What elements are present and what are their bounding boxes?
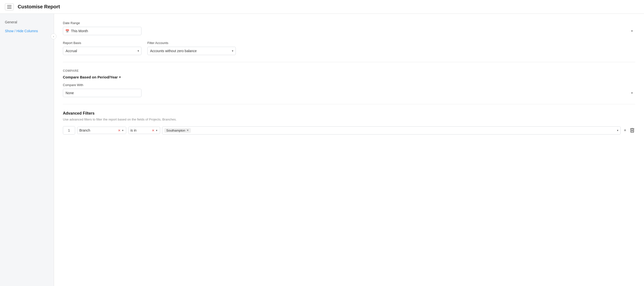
page-title: Customise Report xyxy=(18,4,60,10)
date-range-chevron-icon: ▾ xyxy=(631,29,633,33)
date-range-label: Date Range xyxy=(63,21,635,25)
filter-field-label: Branch xyxy=(79,128,117,132)
add-filter-button[interactable]: + xyxy=(623,127,627,134)
sidebar: General Show / Hide Columns xyxy=(0,14,54,286)
divider-1 xyxy=(63,62,635,62)
advanced-filters-description: Use advanced filters to filter the repor… xyxy=(63,118,635,121)
compare-with-select[interactable]: None Previous Period Previous Year xyxy=(63,89,142,97)
filter-operator-chevron-button[interactable]: ▾ xyxy=(156,129,158,132)
filter-operator-clear-button[interactable]: ✕ xyxy=(151,129,156,132)
filter-value-tag-close[interactable]: ✕ xyxy=(186,129,189,132)
filter-accounts-select[interactable]: Accounts without zero balance All Accoun… xyxy=(147,47,236,55)
filter-value-select[interactable]: Southampton ✕ ▾ xyxy=(162,126,621,135)
menu-button[interactable] xyxy=(5,4,14,10)
sidebar-collapse-button[interactable]: ‹ xyxy=(50,34,56,39)
compare-title[interactable]: Compare Based on Period/Year ▾ xyxy=(63,75,635,79)
report-basis-select[interactable]: Accrual Cash xyxy=(63,47,142,55)
compare-section-label: COMPARE xyxy=(63,69,635,73)
filter-accounts-label: Filter Accounts xyxy=(147,41,236,45)
filter-field-select[interactable]: Branch ✕ ▾ xyxy=(77,127,126,134)
filter-field-chevron-button[interactable]: ▾ xyxy=(122,129,124,132)
filter-field-clear-button[interactable]: ✕ xyxy=(117,129,122,132)
filter-value-chevron-icon: ▾ xyxy=(617,129,618,132)
sidebar-item-general[interactable]: General xyxy=(0,18,54,27)
report-basis-label: Report Basis xyxy=(63,41,142,45)
filter-value-tag: Southampton ✕ xyxy=(164,128,191,133)
content-area: Date Range 📅 This Month Last Month This … xyxy=(54,14,644,286)
filter-operator-label: is in xyxy=(130,128,151,132)
filter-value-tag-text: Southampton xyxy=(166,129,185,132)
filter-actions: + xyxy=(623,127,635,134)
filter-row-number: 1 xyxy=(63,126,75,135)
compare-with-chevron-icon: ▾ xyxy=(631,91,633,95)
delete-filter-button[interactable] xyxy=(629,127,635,134)
advanced-filters-section: Advanced Filters Use advanced filters to… xyxy=(63,111,635,135)
compare-with-label: Compare With xyxy=(63,83,635,87)
divider-2 xyxy=(63,104,635,104)
date-range-select[interactable]: This Month Last Month This Quarter This … xyxy=(63,27,142,35)
advanced-filters-title: Advanced Filters xyxy=(63,111,635,116)
compare-title-chevron-icon: ▾ xyxy=(119,76,120,79)
filter-row: 1 Branch ✕ ▾ is in ✕ ▾ Southampton xyxy=(63,126,635,135)
filter-operator-select[interactable]: is in ✕ ▾ xyxy=(128,127,160,134)
sidebar-item-show-hide-columns[interactable]: Show / Hide Columns xyxy=(0,27,54,36)
